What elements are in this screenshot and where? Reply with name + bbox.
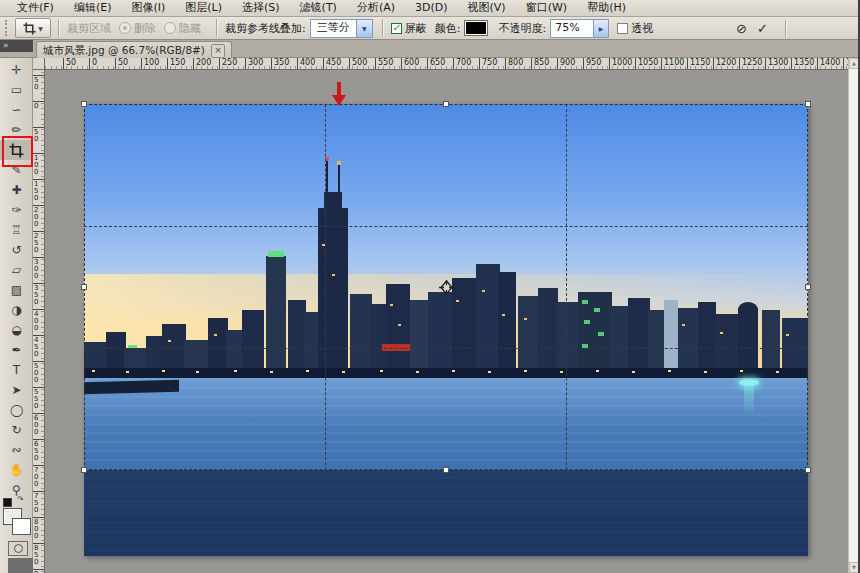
quick-mask-button[interactable] bbox=[8, 541, 28, 556]
menu-item-0[interactable]: 文件(F) bbox=[8, 0, 63, 16]
city-skyline-photo[interactable] bbox=[84, 104, 808, 556]
crop-handle[interactable] bbox=[81, 284, 87, 290]
crop-hide-radio: 隐藏 bbox=[164, 21, 201, 36]
canvas-area[interactable] bbox=[45, 70, 848, 573]
shield-color-swatch[interactable] bbox=[464, 20, 488, 36]
v-ruler-label: 1 5 0 bbox=[33, 179, 44, 202]
type-tool[interactable]: T bbox=[0, 360, 33, 380]
crop-handle[interactable] bbox=[805, 467, 811, 473]
perspective-checkbox[interactable]: 透视 bbox=[617, 21, 653, 36]
h-ruler-label: 200 bbox=[193, 58, 211, 69]
eyedropper-tool[interactable]: ✎ bbox=[0, 160, 33, 180]
h-ruler-label: 350 bbox=[271, 58, 289, 69]
pen-tool[interactable]: ✒ bbox=[0, 340, 33, 360]
hide-label: 隐藏 bbox=[179, 21, 201, 36]
h-ruler-label: 450 bbox=[323, 58, 341, 69]
close-icon[interactable]: × bbox=[211, 44, 225, 58]
menu-item-2[interactable]: 图像(I) bbox=[122, 0, 174, 16]
tool-preset-picker[interactable]: ▼ bbox=[15, 18, 51, 38]
shape-tool[interactable]: ◯ bbox=[0, 400, 33, 420]
teal-light bbox=[739, 379, 759, 386]
photoshop-window: { "menu_bar": { "items": ["文件(F)", "编辑(E… bbox=[0, 0, 860, 573]
v-ruler-label: 4 0 0 bbox=[33, 309, 44, 332]
cancel-crop-icon[interactable]: ⊘ bbox=[736, 21, 747, 36]
opacity-value[interactable]: 75% bbox=[551, 20, 593, 37]
history-brush-tool[interactable]: ↺ bbox=[0, 240, 33, 260]
guide-overlay-select[interactable]: 三等分 ▼ bbox=[310, 19, 373, 38]
v-ruler-label: 5 5 0 bbox=[33, 387, 44, 410]
toolbox-collapse-button[interactable]: » bbox=[0, 40, 33, 52]
background-color-swatch[interactable] bbox=[12, 518, 31, 535]
eraser-tool[interactable]: ▱ bbox=[0, 260, 33, 280]
marquee-tool[interactable]: ▭ bbox=[0, 80, 33, 100]
crop-handle[interactable] bbox=[81, 467, 87, 473]
menu-item-9[interactable]: 窗口(W) bbox=[517, 0, 576, 16]
separator bbox=[58, 19, 60, 37]
h-ruler-label: 1100 bbox=[661, 58, 684, 69]
crop-handle[interactable] bbox=[443, 101, 449, 107]
crop-handle[interactable] bbox=[805, 101, 811, 107]
history-brush-tool-icon: ↺ bbox=[11, 243, 21, 257]
delete-label: 删除 bbox=[134, 21, 156, 36]
menu-item-8[interactable]: 视图(V) bbox=[459, 0, 515, 16]
h-ruler-label: 100 bbox=[141, 58, 159, 69]
v-ruler-label: 6 5 0 bbox=[33, 439, 44, 462]
dodge-tool[interactable]: ◒ bbox=[0, 320, 33, 340]
move-tool[interactable]: ✛ bbox=[0, 60, 33, 80]
crop-handle[interactable] bbox=[443, 467, 449, 473]
quick-mask-icon bbox=[14, 544, 23, 553]
document-tab[interactable]: 城市风景.jpg @ 66.7%(RGB/8#) × bbox=[36, 41, 232, 59]
clone-stamp-tool[interactable]: ♖ bbox=[0, 220, 33, 240]
gradient-tool[interactable]: ▨ bbox=[0, 280, 33, 300]
rotate-3d-tool-icon: ↻ bbox=[11, 423, 21, 437]
ruler-corner bbox=[33, 58, 45, 70]
swap-colors-icon[interactable]: ↷ bbox=[17, 495, 24, 504]
blur-tool[interactable]: ◑ bbox=[0, 300, 33, 320]
menu-item-4[interactable]: 选择(S) bbox=[233, 0, 289, 16]
crop-handle[interactable] bbox=[81, 101, 87, 107]
radio-icon bbox=[164, 22, 176, 34]
v-ruler-label: 4 5 0 bbox=[33, 335, 44, 358]
commit-crop-icon[interactable]: ✓ bbox=[757, 21, 768, 36]
v-ruler-label: 9 0 0 bbox=[33, 569, 44, 573]
menu-item-5[interactable]: 滤镜(T) bbox=[291, 0, 346, 16]
menu-item-7[interactable]: 3D(D) bbox=[406, 0, 457, 16]
crop-tool[interactable] bbox=[0, 140, 33, 160]
h-ruler-label: 700 bbox=[453, 58, 471, 69]
h-ruler-label: 800 bbox=[505, 58, 523, 69]
shield-checkbox[interactable]: ✓ 屏蔽 bbox=[391, 21, 427, 36]
hand-tool[interactable]: ✋ bbox=[0, 460, 33, 480]
h-ruler-label: 1400 bbox=[817, 58, 840, 69]
h-ruler-label: 1300 bbox=[765, 58, 788, 69]
chevron-down-icon[interactable]: ▼ bbox=[356, 20, 372, 37]
crop-handle[interactable] bbox=[805, 284, 811, 290]
move-tool-icon: ✛ bbox=[11, 63, 21, 77]
options-bar-grip[interactable] bbox=[5, 20, 11, 36]
checkbox-unchecked-icon[interactable] bbox=[617, 23, 628, 34]
quick-selection-tool[interactable]: ✏ bbox=[0, 120, 33, 140]
perspective-label: 透视 bbox=[631, 21, 653, 36]
path-selection-tool[interactable]: ➤ bbox=[0, 380, 33, 400]
h-ruler-label: 1050 bbox=[635, 58, 658, 69]
healing-brush-tool[interactable]: ✚ bbox=[0, 180, 33, 200]
v-ruler-label: 0 bbox=[33, 101, 44, 110]
horizontal-ruler[interactable]: 0500501001502002503003504004505005506006… bbox=[33, 58, 848, 70]
gradient-tool-icon: ▨ bbox=[11, 283, 22, 297]
menu-item-1[interactable]: 编辑(E) bbox=[65, 0, 121, 16]
opacity-spinner-icon[interactable]: ▶ bbox=[593, 20, 608, 37]
lasso-tool[interactable]: ∽ bbox=[0, 100, 33, 120]
orbit-3d-tool[interactable]: ∾ bbox=[0, 440, 33, 460]
brush-tool[interactable]: ✑ bbox=[0, 200, 33, 220]
rotate-3d-tool[interactable]: ↻ bbox=[0, 420, 33, 440]
crop-center-marker[interactable] bbox=[439, 280, 454, 295]
h-ruler-label: 500 bbox=[349, 58, 367, 69]
h-ruler-label: 50 bbox=[63, 58, 76, 69]
h-ruler-label: 250 bbox=[219, 58, 237, 69]
menu-item-6[interactable]: 分析(A) bbox=[348, 0, 404, 16]
opacity-field[interactable]: 75% ▶ bbox=[550, 19, 609, 38]
vertical-ruler[interactable]: 5 005 01 0 01 5 02 0 02 5 03 0 03 5 04 0… bbox=[33, 70, 45, 573]
checkbox-checked-icon[interactable]: ✓ bbox=[391, 23, 402, 34]
default-colors-icon[interactable] bbox=[3, 498, 12, 507]
menu-item-10[interactable]: 帮助(H) bbox=[578, 0, 635, 16]
menu-item-3[interactable]: 图层(L) bbox=[176, 0, 231, 16]
